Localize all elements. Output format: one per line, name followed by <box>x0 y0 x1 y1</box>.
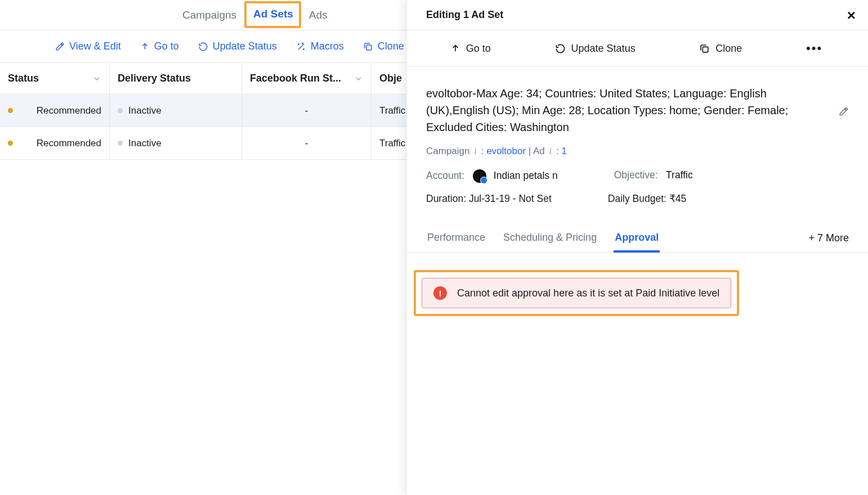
highlight-alert: ! Cannot edit approval here as it is set… <box>414 270 739 316</box>
svg-point-0 <box>298 43 299 44</box>
sub-tabs: Performance Scheduling & Pricing Approva… <box>407 224 868 253</box>
col-fbrun-label: Facebook Run St... <box>250 73 341 84</box>
tab-campaigns[interactable]: Campaigns <box>175 2 244 28</box>
panel-update-status-action[interactable]: Update Status <box>555 43 636 55</box>
tab-ads[interactable]: Ads <box>301 2 335 28</box>
goto-label: Go to <box>154 40 179 52</box>
goto-action[interactable]: Go to <box>140 40 179 52</box>
alert-text: Cannot edit approval here as it is set a… <box>457 287 719 299</box>
arrow-up-icon <box>140 42 150 51</box>
tab-approval[interactable]: Approval <box>614 224 660 253</box>
side-panel: Editing 1 Ad Set × Go to Update Status C… <box>406 0 868 495</box>
tab-performance[interactable]: Performance <box>426 224 486 253</box>
account-label: Account: <box>426 170 464 181</box>
error-icon: ! <box>433 286 447 300</box>
svg-point-1 <box>303 48 305 50</box>
status-dot-icon <box>8 141 13 146</box>
objective-value: Traffic <box>666 169 693 181</box>
panel-content: evoltobor-Max Age: 34; Countries: United… <box>407 67 868 205</box>
arrow-up-icon <box>450 43 460 53</box>
cell-objective: Traffic <box>379 105 405 116</box>
svg-rect-4 <box>703 47 709 52</box>
info-icon[interactable]: i <box>548 146 554 156</box>
col-status-label: Status <box>8 73 39 84</box>
info-icon[interactable]: i <box>472 146 478 156</box>
objective-label: Objective: <box>614 169 658 181</box>
account-avatar-icon <box>473 169 486 183</box>
campaign-link[interactable]: evoltobor <box>486 146 526 156</box>
cell-status: Recommended <box>37 105 101 116</box>
breadcrumb: Campaign i : evoltobor | Ad i : 1 <box>426 146 849 157</box>
clone-icon <box>699 43 710 54</box>
cell-delivery: Inactive <box>128 138 162 149</box>
clone-action[interactable]: Clone <box>363 40 404 52</box>
panel-update-status-label: Update Status <box>571 43 636 55</box>
approval-alert: ! Cannot edit approval here as it is set… <box>422 278 731 308</box>
tab-ad-sets[interactable]: Ad Sets <box>253 8 293 20</box>
macros-label: Macros <box>311 40 344 52</box>
col-delivery-label: Delivery Status <box>118 73 191 84</box>
update-status-label: Update Status <box>213 40 277 52</box>
wand-icon <box>296 42 306 52</box>
close-icon[interactable]: × <box>847 8 856 22</box>
adset-name: evoltobor-Max Age: 34; Countries: United… <box>426 85 849 136</box>
macros-action[interactable]: Macros <box>296 40 344 52</box>
col-status[interactable]: Status <box>0 63 110 94</box>
cell-fbrun: - <box>305 138 308 149</box>
view-edit-action[interactable]: View & Edit <box>55 40 121 52</box>
ad-label: Ad <box>533 146 545 156</box>
update-status-action[interactable]: Update Status <box>198 40 277 52</box>
refresh-icon <box>198 42 208 52</box>
svg-rect-3 <box>366 45 372 50</box>
budget-label: Daily Budget: <box>608 193 666 204</box>
clone-label: Clone <box>378 40 404 52</box>
panel-header: Editing 1 Ad Set × <box>407 0 868 30</box>
panel-goto-label: Go to <box>466 43 491 55</box>
panel-clone-label: Clone <box>715 43 742 55</box>
budget-value: ₹45 <box>669 193 686 204</box>
cell-status: Recommended <box>37 138 101 149</box>
panel-clone-action[interactable]: Clone <box>699 43 742 55</box>
status-dot-icon <box>8 108 13 113</box>
col-fbrun[interactable]: Facebook Run St... <box>242 63 372 94</box>
panel-actions: Go to Update Status Clone ••• <box>407 30 868 67</box>
more-actions-icon[interactable]: ••• <box>806 41 822 56</box>
col-delivery[interactable]: Delivery Status <box>110 63 242 94</box>
duration-value: Jul-31-19 - Not Set <box>469 193 552 204</box>
duration-label: Duration: <box>426 193 466 204</box>
panel-goto-action[interactable]: Go to <box>450 43 491 55</box>
cell-fbrun: - <box>305 105 308 116</box>
tab-scheduling-pricing[interactable]: Scheduling & Pricing <box>502 224 598 253</box>
cell-delivery: Inactive <box>128 105 162 116</box>
account-value: Indian petals n <box>494 170 558 181</box>
pencil-icon <box>55 42 65 51</box>
more-tabs-button[interactable]: + 7 More <box>808 232 849 244</box>
clone-icon <box>363 42 373 52</box>
refresh-icon <box>555 43 566 54</box>
campaign-label: Campaign <box>426 146 470 156</box>
svg-point-2 <box>302 43 303 44</box>
chevron-down-icon <box>354 74 363 83</box>
cell-objective: Traffic <box>379 138 405 149</box>
status-dot-icon <box>118 141 123 146</box>
highlight-adsets: Ad Sets <box>244 1 301 28</box>
status-dot-icon <box>118 108 123 113</box>
panel-title: Editing 1 Ad Set <box>426 9 503 21</box>
col-objective-label: Obje <box>379 73 402 84</box>
pencil-icon[interactable] <box>839 106 849 116</box>
view-edit-label: View & Edit <box>69 40 121 52</box>
chevron-down-icon <box>92 74 101 83</box>
ad-link[interactable]: 1 <box>561 146 566 156</box>
